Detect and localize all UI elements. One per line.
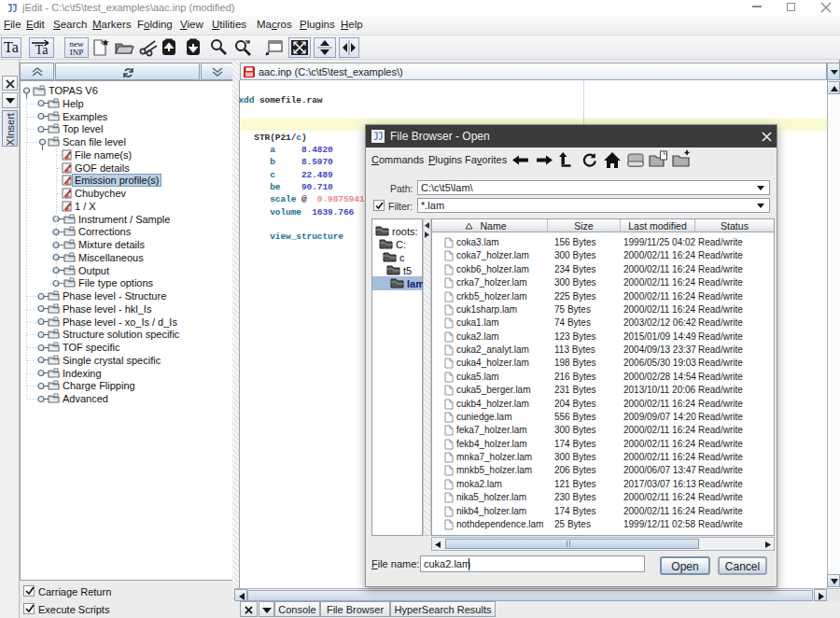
svg-text:m: m [66,207,70,212]
svg-text:m: m [66,181,70,186]
svg-text:m: m [66,168,70,173]
svg-text:m: m [66,194,70,199]
svg-text:m: m [66,156,70,161]
